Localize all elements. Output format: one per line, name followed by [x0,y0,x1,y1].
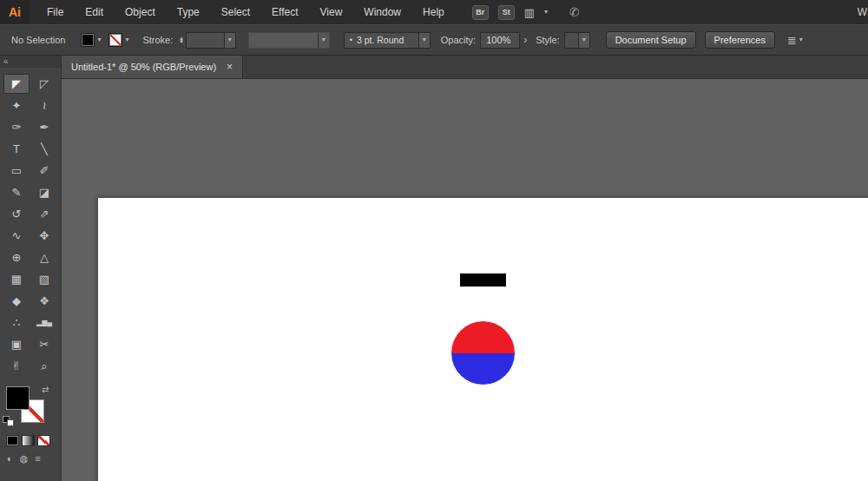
bridge-button[interactable]: Br [472,5,489,20]
style-label: Style: [536,35,560,45]
cs-live-icon[interactable]: ✆ [569,5,580,19]
menu-list: File Edit Object Type Select Effect View… [47,6,444,18]
chevron-down-icon: ▾ [423,36,426,43]
menu-select[interactable]: Select [221,6,250,18]
line-segment-tool[interactable]: ╲ [31,139,57,159]
scale-tool[interactable]: ⇗ [31,204,57,224]
menu-view[interactable]: View [320,6,343,18]
workspace: « ◤ ◸ ✦ ≀ ✑ ✒ T ╲ ▭ ✐ ✎ ◪ ↺ ⇗ ∿ ✥ ⊕ △ ▦ [0,56,868,481]
stroke-weight-select[interactable]: ▾ [186,32,236,49]
document-setup-button[interactable]: Document Setup [606,31,696,49]
screen-mode-icon[interactable]: ◍ [20,453,29,465]
red-blue-circle-shape[interactable] [451,321,515,385]
opacity-panel-arrow-icon[interactable]: › [523,34,527,46]
pencil-tool[interactable]: ✎ [3,182,30,202]
color-button[interactable] [6,435,19,446]
document-tab-title: Untitled-1* @ 50% (RGB/Preview) [71,62,216,72]
menu-effect[interactable]: Effect [272,6,298,18]
chevron-down-icon: ▾ [228,36,232,43]
panel-bottom-icons: ◐ ◍ ≡ [0,453,61,465]
hand-tool[interactable]: ✌ [3,356,30,376]
paintbrush-tool[interactable]: ✐ [31,161,57,181]
gradient-tool[interactable]: ▧ [31,269,57,289]
fill-stroke-widget: ⇄ [0,385,61,432]
artboard-tool[interactable]: ▣ [3,334,30,354]
collapse-panel-icon[interactable]: « [0,56,61,68]
chevron-down-icon[interactable]: ▾ [544,9,548,16]
blend-tool[interactable]: ❖ [31,291,57,311]
illustrator-window: Ai File Edit Object Type Select Effect V… [0,0,868,481]
document-tab[interactable]: Untitled-1* @ 50% (RGB/Preview) × [62,56,243,78]
tools-panel: « ◤ ◸ ✦ ≀ ✑ ✒ T ╲ ▭ ✐ ✎ ◪ ↺ ⇗ ∿ ✥ ⊕ △ ▦ [0,56,62,481]
zoom-tool[interactable]: ⌕ [31,356,57,376]
chevron-down-icon: ▾ [582,36,586,43]
fill-color-swatch[interactable] [81,33,95,47]
width-tool[interactable]: ∿ [3,226,30,246]
selection-tool[interactable]: ◤ [3,74,30,94]
fill-color-box[interactable] [6,386,30,410]
arrange-documents-icon[interactable]: ▥ [524,7,535,18]
opacity-input[interactable]: 100% [480,32,520,49]
tab-strip: Untitled-1* @ 50% (RGB/Preview) × [62,56,868,79]
stroke-weight-stepper[interactable]: ▴ ▾ [180,36,183,43]
tool-grid: ◤ ◸ ✦ ≀ ✑ ✒ T ╲ ▭ ✐ ✎ ◪ ↺ ⇗ ∿ ✥ ⊕ △ ▦ ▧ [0,74,61,376]
gradient-button[interactable] [22,435,35,446]
shape-builder-tool[interactable]: ⊕ [3,247,30,267]
brush-definition-value: 3 pt. Round [357,35,404,45]
canvas[interactable] [62,79,868,481]
direct-selection-tool[interactable]: ◸ [31,74,57,94]
menu-help[interactable]: Help [423,6,444,18]
align-options[interactable]: ≣ ▾ [787,35,803,46]
document-area: Untitled-1* @ 50% (RGB/Preview) × [62,56,868,481]
graphic-style-select[interactable]: ▾ [564,32,590,49]
menu-object[interactable]: Object [125,6,155,18]
opacity-label: Opacity: [441,35,476,45]
fill-chevron-icon[interactable]: ▾ [97,36,101,43]
color-mode-row [0,435,61,446]
chevron-down-icon: ▾ [322,36,326,43]
rotate-tool[interactable]: ↺ [3,204,30,224]
control-bar: No Selection ▾ ▾ Stroke: ▴ ▾ ▾ ▾ • 3 pt.… [0,24,868,56]
opacity-value: 100% [486,35,510,45]
default-fill-stroke-icon[interactable] [3,416,15,426]
align-icon[interactable]: ≣ [787,35,797,46]
variable-width-profile-select[interactable]: ▾ [248,32,330,49]
stroke-color-swatch[interactable] [108,33,122,47]
symbol-sprayer-tool[interactable]: ∴ [3,313,30,333]
none-button[interactable] [37,435,50,446]
menu-window[interactable]: Window [364,6,401,18]
stock-button[interactable]: St [498,5,515,20]
stroke-chevron-icon[interactable]: ▾ [125,36,128,43]
eyedropper-tool[interactable]: ◆ [3,291,30,311]
magic-wand-tool[interactable]: ✦ [3,96,30,115]
default-stroke-mini [7,419,14,426]
pen-tool[interactable]: ✒ [31,117,57,137]
swap-fill-stroke-icon[interactable]: ⇄ [42,385,49,394]
eraser-tool[interactable]: ◪ [31,182,57,202]
menu-file[interactable]: File [47,6,63,18]
slice-tool[interactable]: ✂ [31,334,57,354]
chevron-down-icon[interactable]: ▾ [799,36,803,43]
column-graph-tool[interactable]: ▂▆▄ [31,313,57,333]
stepper-down-icon[interactable]: ▾ [180,40,183,43]
rectangle-tool[interactable]: ▭ [3,161,30,181]
drawing-modes-icon[interactable]: ◐ [7,453,13,465]
menubar: Ai File Edit Object Type Select Effect V… [0,0,868,24]
lasso-tool[interactable]: ≀ [31,96,57,115]
free-transform-tool[interactable]: ✥ [31,226,57,246]
blob-brush-tool[interactable]: ✑ [3,117,30,137]
selection-status-label: No Selection [11,35,65,45]
appbar-icons: Br St ▥ ▾ ✆ [472,5,580,20]
brush-definition-select[interactable]: • 3 pt. Round ▾ [344,32,431,49]
mesh-tool[interactable]: ▦ [3,269,30,289]
close-tab-icon[interactable]: × [227,62,233,72]
panel-menu-icon[interactable]: ≡ [35,453,40,465]
preferences-button[interactable]: Preferences [705,31,775,49]
black-rectangle-shape[interactable] [460,273,506,287]
workspace-switcher-clipped[interactable]: W [858,6,867,18]
type-tool[interactable]: T [3,139,30,159]
artboard[interactable] [98,198,868,481]
perspective-grid-tool[interactable]: △ [31,247,57,267]
menu-edit[interactable]: Edit [85,6,103,18]
menu-type[interactable]: Type [177,6,200,18]
